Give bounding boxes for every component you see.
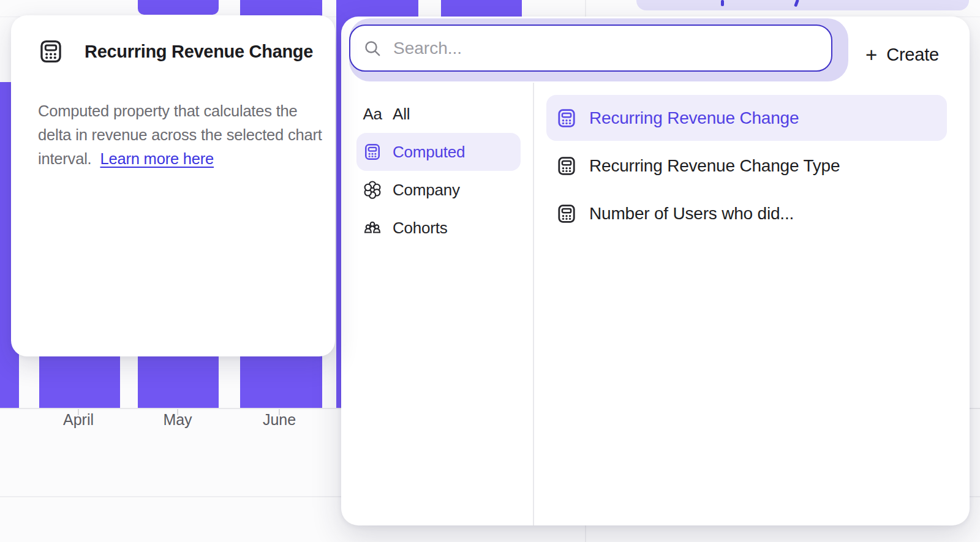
background-property-chip-cutoff [636,0,969,10]
calculator-icon [556,203,577,224]
chart-bar-may-top-segment [138,0,219,15]
description-line: delta in revenue across the selected cha… [38,123,322,147]
result-item-recurring-revenue-change[interactable]: Recurring Revenue Change [546,95,947,141]
category-item-computed[interactable]: Computed [356,133,521,171]
x-axis-label-june: June [263,411,296,429]
category-label: Cohorts [393,219,448,238]
property-info-card: Recurring Revenue Change Computed proper… [11,15,335,356]
cutoff-text-glyph [721,0,724,6]
calculator-icon [38,39,64,64]
result-label: Recurring Revenue Change [589,108,799,128]
result-item-number-of-users-who-did[interactable]: Number of Users who did... [546,190,947,236]
calculator-icon [556,156,577,176]
property-info-description: Computed property that calculates the de… [38,99,322,171]
x-axis-label-may: May [163,411,192,429]
screen: April May June Recurring Revenue Change … [0,0,980,542]
property-info-header: Recurring Revenue Change [38,39,313,64]
category-list: Aa All Computed [341,95,533,247]
property-picker-panel: + Create Aa All [341,17,970,525]
description-line-end: interval. [38,150,92,167]
property-info-title: Recurring Revenue Change [85,42,313,62]
category-label: Computed [393,143,465,162]
description-line: Computed property that calculates the [38,99,322,123]
x-axis-label-april: April [63,411,94,429]
search-box[interactable] [349,24,832,72]
learn-more-link[interactable]: Learn more here [100,150,214,167]
description-line: interval.Learn more here [38,147,322,171]
create-button[interactable]: + Create [865,40,939,69]
company-cluster-icon [363,180,382,200]
result-label: Recurring Revenue Change Type [589,156,840,176]
category-item-company[interactable]: Company [341,171,533,209]
result-item-recurring-revenue-change-type[interactable]: Recurring Revenue Change Type [546,143,947,189]
category-item-cohorts[interactable]: Cohorts [341,209,533,247]
text-aa-icon: Aa [363,104,382,124]
search-icon [363,39,382,58]
result-label: Number of Users who did... [589,204,794,224]
category-label: All [393,105,410,124]
search-input[interactable] [393,39,819,58]
calculator-icon [556,108,577,129]
calculator-icon [363,142,382,162]
category-item-all[interactable]: Aa All [341,95,533,133]
create-button-label: Create [886,45,939,65]
plus-icon: + [865,45,877,65]
category-label: Company [393,181,460,200]
cohorts-people-icon [363,218,382,238]
cutoff-text-glyph [794,0,799,7]
panel-divider [533,83,534,525]
